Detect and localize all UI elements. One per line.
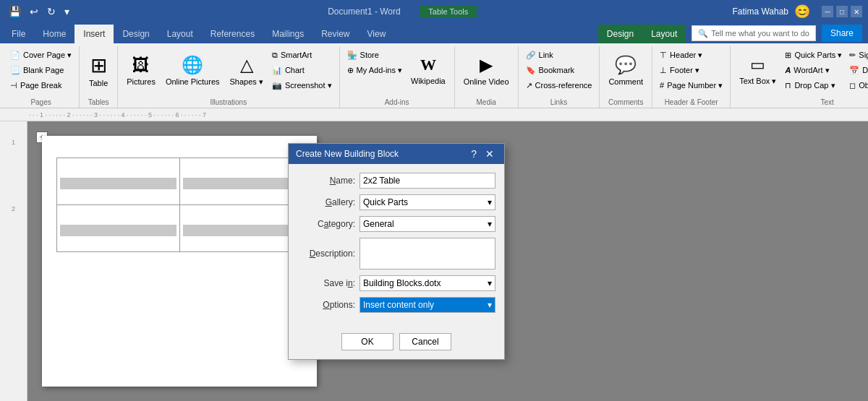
bookmark-icon: 🔖: [526, 66, 536, 75]
tab-file[interactable]: File: [3, 25, 34, 43]
document-area: 1 2 +: [0, 121, 868, 401]
gallery-dropdown-icon: ▾: [488, 197, 492, 207]
document-table: [56, 158, 302, 252]
search-icon: 🔍: [698, 29, 708, 38]
blank-page-button[interactable]: 📃 Blank Page: [7, 63, 75, 77]
footer-button[interactable]: ⊥ Footer ▾: [657, 63, 726, 77]
name-input[interactable]: [359, 173, 495, 189]
quick-access-dropdown[interactable]: ▾: [61, 4, 72, 19]
date-time-button[interactable]: 📅 Date & Time: [846, 63, 868, 77]
ribbon-group-links: 🔗 Link 🔖 Bookmark ↗ Cross-reference Link…: [519, 46, 600, 108]
pages-label: Pages: [7, 98, 75, 108]
cross-reference-button[interactable]: ↗ Cross-reference: [523, 78, 595, 92]
comment-button[interactable]: 💬 Comment: [604, 48, 647, 94]
save-in-select[interactable]: Building Blocks.dotx ▾: [359, 275, 495, 291]
tab-design[interactable]: Design: [114, 25, 158, 43]
tab-home[interactable]: Home: [34, 25, 75, 43]
smartart-icon: ⧉: [272, 51, 278, 60]
media-label: Media: [459, 98, 514, 108]
header-footer-label: Header & Footer: [657, 98, 726, 108]
cover-page-button[interactable]: 📄 Cover Page ▾: [7, 48, 75, 62]
description-input[interactable]: [359, 238, 495, 270]
wordart-button[interactable]: A WordArt ▾: [782, 63, 845, 77]
page-break-icon: ⊣: [10, 81, 17, 90]
dialog-footer: OK Cancel: [289, 327, 504, 359]
illustrations-small: ⧉ SmartArt 📊 Chart 📷 Screenshot ▾: [269, 48, 335, 92]
gallery-select[interactable]: Quick Parts ▾: [359, 194, 495, 210]
shapes-icon: △: [240, 55, 253, 76]
ribbon-group-pages: 📄 Cover Page ▾ 📃 Blank Page ⊣ Page Break…: [3, 46, 80, 108]
cancel-button[interactable]: Cancel: [399, 333, 451, 350]
chart-icon: 📊: [272, 66, 282, 75]
dialog-close-button[interactable]: ✕: [482, 148, 497, 160]
pages-group-content: 📄 Cover Page ▾ 📃 Blank Page ⊣ Page Break: [7, 48, 75, 98]
shapes-button[interactable]: △ Shapes ▾: [226, 48, 268, 94]
quick-parts-button[interactable]: ⊞ Quick Parts ▾: [782, 48, 845, 62]
tab-references[interactable]: References: [202, 25, 263, 43]
category-select[interactable]: General ▾: [359, 216, 495, 232]
screenshot-button[interactable]: 📷 Screenshot ▾: [269, 78, 335, 92]
tab-table-layout[interactable]: Layout: [642, 25, 686, 43]
redo-button[interactable]: ↻: [44, 4, 59, 19]
media-group-content: ▶ Online Video: [459, 48, 514, 98]
smiley-icon: 😊: [794, 4, 810, 20]
tab-review[interactable]: Review: [312, 25, 358, 43]
store-button[interactable]: 🏪 Store: [344, 48, 405, 62]
options-select[interactable]: Insert content only ▾: [359, 297, 495, 313]
table-cell-2-2: [179, 205, 302, 252]
table-icon: ⊞: [90, 53, 107, 78]
options-value: Insert content only: [363, 300, 434, 310]
tab-layout[interactable]: Layout: [158, 25, 202, 43]
share-button[interactable]: Share: [822, 25, 862, 42]
wikipedia-button[interactable]: W Wikipedia: [407, 48, 450, 94]
cover-page-icon: 📄: [10, 51, 20, 60]
table-tools-label: Table Tools: [420, 6, 477, 17]
minimize-button[interactable]: ─: [822, 6, 833, 17]
undo-button[interactable]: ↩: [27, 4, 41, 19]
table-cell-1-2: [179, 158, 302, 205]
header-footer-buttons: ⊤ Header ▾ ⊥ Footer ▾ # Page Number ▾: [657, 48, 726, 92]
ruler-mark-2: 2: [12, 205, 15, 212]
tab-table-design[interactable]: Design: [598, 25, 642, 43]
object-button[interactable]: ◻ Object ▾: [846, 78, 868, 92]
table-row: [57, 205, 302, 252]
text-group-content: ▭ Text Box ▾ ⊞ Quick Parts ▾ A WordArt ▾…: [735, 48, 868, 98]
tell-me-input[interactable]: 🔍 Tell me what you want to do: [692, 25, 816, 41]
tab-view[interactable]: View: [359, 25, 395, 43]
page-number-button[interactable]: # Page Number ▾: [657, 78, 726, 92]
comment-icon: 💬: [615, 55, 637, 76]
bookmark-button[interactable]: 🔖 Bookmark: [523, 63, 595, 77]
signature-icon: ✏: [849, 51, 856, 60]
text-box-button[interactable]: ▭ Text Box ▾: [735, 48, 780, 94]
footer-icon: ⊥: [660, 66, 667, 75]
ok-button[interactable]: OK: [341, 333, 393, 350]
table-button[interactable]: ⊞ Table: [84, 48, 113, 94]
category-row: Category: General ▾: [297, 216, 495, 232]
screenshot-icon: 📷: [272, 81, 282, 90]
drop-cap-button[interactable]: ⊓ Drop Cap ▾: [782, 78, 845, 92]
tab-mailings[interactable]: Mailings: [263, 25, 312, 43]
tab-insert[interactable]: Insert: [75, 25, 114, 43]
pictures-button[interactable]: 🖼 Pictures: [122, 48, 160, 94]
save-button[interactable]: 💾: [6, 4, 24, 19]
video-icon: ▶: [480, 55, 493, 76]
header-button[interactable]: ⊤ Header ▾: [657, 48, 726, 62]
signature-line-button[interactable]: ✏ Signature Line ▾: [846, 48, 868, 62]
smartart-button[interactable]: ⧉ SmartArt: [269, 48, 335, 62]
close-button[interactable]: ✕: [851, 6, 862, 17]
link-button[interactable]: 🔗 Link: [523, 48, 595, 62]
restore-button[interactable]: □: [836, 6, 848, 17]
wordart-icon: A: [785, 66, 791, 74]
my-addins-button[interactable]: ⊕ My Add-ins ▾: [344, 63, 405, 77]
addins-buttons: 🏪 Store ⊕ My Add-ins ▾: [344, 48, 405, 77]
header-footer-group-content: ⊤ Header ▾ ⊥ Footer ▾ # Page Number ▾: [657, 48, 726, 98]
tables-group-content: ⊞ Table: [84, 48, 113, 98]
online-video-button[interactable]: ▶ Online Video: [459, 48, 514, 94]
page-break-button[interactable]: ⊣ Page Break: [7, 78, 75, 92]
online-pictures-button[interactable]: 🌐 Online Pictures: [161, 48, 224, 94]
dialog-help-button[interactable]: ?: [468, 148, 480, 160]
chart-button[interactable]: 📊 Chart: [269, 63, 335, 77]
comments-label: Comments: [604, 98, 647, 108]
cell-highlight: [183, 225, 299, 236]
create-building-block-dialog: Create New Building Block ? ✕ Name: Gall…: [288, 143, 505, 360]
